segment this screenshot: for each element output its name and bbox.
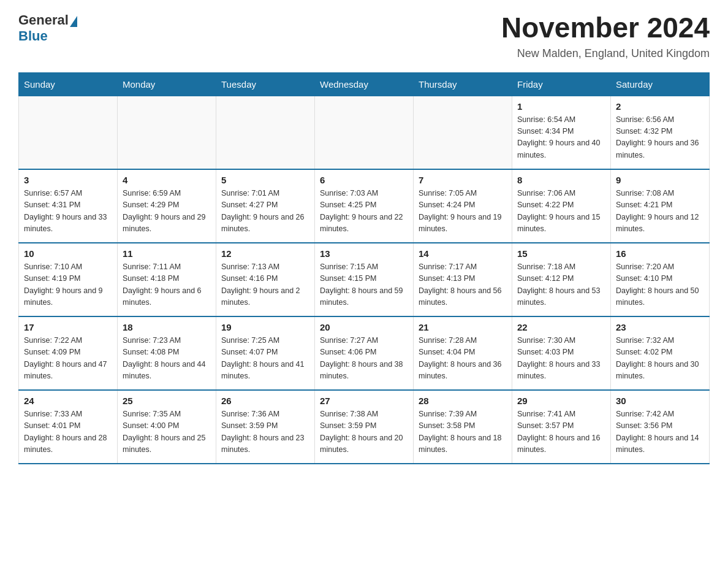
- day-info: Sunrise: 7:35 AMSunset: 4:00 PMDaylight:…: [123, 408, 211, 456]
- page-header: General Blue November 2024 New Malden, E…: [18, 12, 710, 60]
- calendar-cell: 5Sunrise: 7:01 AMSunset: 4:27 PMDaylight…: [216, 169, 315, 243]
- day-info: Sunrise: 7:27 AMSunset: 4:06 PMDaylight:…: [320, 335, 408, 383]
- day-info: Sunrise: 7:22 AMSunset: 4:09 PMDaylight:…: [24, 335, 112, 383]
- day-info: Sunrise: 7:39 AMSunset: 3:58 PMDaylight:…: [419, 408, 507, 456]
- day-info: Sunrise: 7:18 AMSunset: 4:12 PMDaylight:…: [517, 261, 605, 309]
- calendar-cell: 28Sunrise: 7:39 AMSunset: 3:58 PMDayligh…: [414, 390, 512, 464]
- day-number: 14: [419, 248, 507, 259]
- day-number: 22: [517, 322, 605, 332]
- calendar-cell: 29Sunrise: 7:41 AMSunset: 3:57 PMDayligh…: [512, 390, 611, 464]
- calendar-cell: 23Sunrise: 7:32 AMSunset: 4:02 PMDayligh…: [611, 316, 710, 390]
- day-number: 10: [24, 248, 112, 259]
- calendar-cell: 3Sunrise: 6:57 AMSunset: 4:31 PMDaylight…: [19, 169, 118, 243]
- day-number: 7: [419, 175, 507, 185]
- header-monday: Monday: [118, 72, 216, 96]
- calendar-cell: 21Sunrise: 7:28 AMSunset: 4:04 PMDayligh…: [414, 316, 512, 390]
- day-number: 3: [24, 175, 112, 185]
- day-number: 30: [616, 396, 704, 406]
- day-info: Sunrise: 7:10 AMSunset: 4:19 PMDaylight:…: [24, 261, 112, 309]
- calendar-cell: 2Sunrise: 6:56 AMSunset: 4:32 PMDaylight…: [611, 96, 710, 169]
- day-number: 13: [320, 248, 408, 259]
- calendar-cell: 8Sunrise: 7:06 AMSunset: 4:22 PMDaylight…: [512, 169, 611, 243]
- calendar-cell: 24Sunrise: 7:33 AMSunset: 4:01 PMDayligh…: [19, 390, 118, 464]
- calendar-cell: [216, 96, 315, 169]
- header-tuesday: Tuesday: [216, 72, 315, 96]
- calendar-cell: 4Sunrise: 6:59 AMSunset: 4:29 PMDaylight…: [118, 169, 216, 243]
- header-friday: Friday: [512, 72, 611, 96]
- header-wednesday: Wednesday: [315, 72, 414, 96]
- logo: General Blue: [18, 12, 77, 45]
- day-info: Sunrise: 7:20 AMSunset: 4:10 PMDaylight:…: [616, 261, 704, 309]
- day-number: 20: [320, 322, 408, 332]
- day-info: Sunrise: 7:03 AMSunset: 4:25 PMDaylight:…: [320, 188, 408, 236]
- day-info: Sunrise: 7:17 AMSunset: 4:13 PMDaylight:…: [419, 261, 507, 309]
- calendar-cell: 11Sunrise: 7:11 AMSunset: 4:18 PMDayligh…: [118, 243, 216, 316]
- day-number: 25: [123, 396, 211, 406]
- calendar-cell: 17Sunrise: 7:22 AMSunset: 4:09 PMDayligh…: [19, 316, 118, 390]
- header-saturday: Saturday: [611, 72, 710, 96]
- day-info: Sunrise: 7:32 AMSunset: 4:02 PMDaylight:…: [616, 335, 704, 383]
- week-row-4: 17Sunrise: 7:22 AMSunset: 4:09 PMDayligh…: [19, 316, 710, 390]
- day-info: Sunrise: 7:05 AMSunset: 4:24 PMDaylight:…: [419, 188, 507, 236]
- week-row-3: 10Sunrise: 7:10 AMSunset: 4:19 PMDayligh…: [19, 243, 710, 316]
- calendar-cell: [315, 96, 414, 169]
- calendar-cell: 15Sunrise: 7:18 AMSunset: 4:12 PMDayligh…: [512, 243, 611, 316]
- day-number: 23: [616, 322, 704, 332]
- calendar-cell: 13Sunrise: 7:15 AMSunset: 4:15 PMDayligh…: [315, 243, 414, 316]
- day-number: 4: [123, 175, 211, 185]
- day-info: Sunrise: 7:30 AMSunset: 4:03 PMDaylight:…: [517, 335, 605, 383]
- day-info: Sunrise: 7:01 AMSunset: 4:27 PMDaylight:…: [221, 188, 309, 236]
- calendar-table: SundayMondayTuesdayWednesdayThursdayFrid…: [18, 72, 710, 465]
- calendar-cell: 10Sunrise: 7:10 AMSunset: 4:19 PMDayligh…: [19, 243, 118, 316]
- day-number: 26: [221, 396, 309, 406]
- day-number: 2: [616, 101, 704, 112]
- day-number: 15: [517, 248, 605, 259]
- calendar-cell: 12Sunrise: 7:13 AMSunset: 4:16 PMDayligh…: [216, 243, 315, 316]
- day-info: Sunrise: 7:15 AMSunset: 4:15 PMDaylight:…: [320, 261, 408, 309]
- day-number: 6: [320, 175, 408, 185]
- day-info: Sunrise: 6:56 AMSunset: 4:32 PMDaylight:…: [616, 114, 704, 162]
- calendar-cell: 1Sunrise: 6:54 AMSunset: 4:34 PMDaylight…: [512, 96, 611, 169]
- logo-triangle-icon: [70, 16, 77, 27]
- day-number: 9: [616, 175, 704, 185]
- subtitle: New Malden, England, United Kingdom: [501, 47, 710, 60]
- day-info: Sunrise: 6:59 AMSunset: 4:29 PMDaylight:…: [123, 188, 211, 236]
- day-number: 8: [517, 175, 605, 185]
- week-row-5: 24Sunrise: 7:33 AMSunset: 4:01 PMDayligh…: [19, 390, 710, 464]
- calendar-cell: 14Sunrise: 7:17 AMSunset: 4:13 PMDayligh…: [414, 243, 512, 316]
- calendar-cell: 19Sunrise: 7:25 AMSunset: 4:07 PMDayligh…: [216, 316, 315, 390]
- day-number: 19: [221, 322, 309, 332]
- calendar-cell: 26Sunrise: 7:36 AMSunset: 3:59 PMDayligh…: [216, 390, 315, 464]
- day-number: 21: [419, 322, 507, 332]
- day-info: Sunrise: 7:33 AMSunset: 4:01 PMDaylight:…: [24, 408, 112, 456]
- calendar-cell: 16Sunrise: 7:20 AMSunset: 4:10 PMDayligh…: [611, 243, 710, 316]
- day-number: 29: [517, 396, 605, 406]
- day-number: 5: [221, 175, 309, 185]
- title-section: November 2024 New Malden, England, Unite…: [501, 12, 710, 60]
- calendar-cell: 22Sunrise: 7:30 AMSunset: 4:03 PMDayligh…: [512, 316, 611, 390]
- calendar-cell: [118, 96, 216, 169]
- day-number: 18: [123, 322, 211, 332]
- header-sunday: Sunday: [19, 72, 118, 96]
- day-info: Sunrise: 7:36 AMSunset: 3:59 PMDaylight:…: [221, 408, 309, 456]
- day-info: Sunrise: 7:28 AMSunset: 4:04 PMDaylight:…: [419, 335, 507, 383]
- day-number: 27: [320, 396, 408, 406]
- day-info: Sunrise: 7:25 AMSunset: 4:07 PMDaylight:…: [221, 335, 309, 383]
- day-number: 28: [419, 396, 507, 406]
- day-info: Sunrise: 7:06 AMSunset: 4:22 PMDaylight:…: [517, 188, 605, 236]
- main-title: November 2024: [501, 12, 710, 44]
- calendar-cell: 30Sunrise: 7:42 AMSunset: 3:56 PMDayligh…: [611, 390, 710, 464]
- day-info: Sunrise: 7:42 AMSunset: 3:56 PMDaylight:…: [616, 408, 704, 456]
- calendar-cell: 9Sunrise: 7:08 AMSunset: 4:21 PMDaylight…: [611, 169, 710, 243]
- week-row-2: 3Sunrise: 6:57 AMSunset: 4:31 PMDaylight…: [19, 169, 710, 243]
- day-number: 17: [24, 322, 112, 332]
- calendar-cell: [19, 96, 118, 169]
- day-number: 11: [123, 248, 211, 259]
- day-info: Sunrise: 7:13 AMSunset: 4:16 PMDaylight:…: [221, 261, 309, 309]
- calendar-cell: 25Sunrise: 7:35 AMSunset: 4:00 PMDayligh…: [118, 390, 216, 464]
- calendar-cell: 7Sunrise: 7:05 AMSunset: 4:24 PMDaylight…: [414, 169, 512, 243]
- day-info: Sunrise: 6:54 AMSunset: 4:34 PMDaylight:…: [517, 114, 605, 162]
- calendar-cell: 27Sunrise: 7:38 AMSunset: 3:59 PMDayligh…: [315, 390, 414, 464]
- day-info: Sunrise: 7:08 AMSunset: 4:21 PMDaylight:…: [616, 188, 704, 236]
- day-number: 1: [517, 101, 605, 112]
